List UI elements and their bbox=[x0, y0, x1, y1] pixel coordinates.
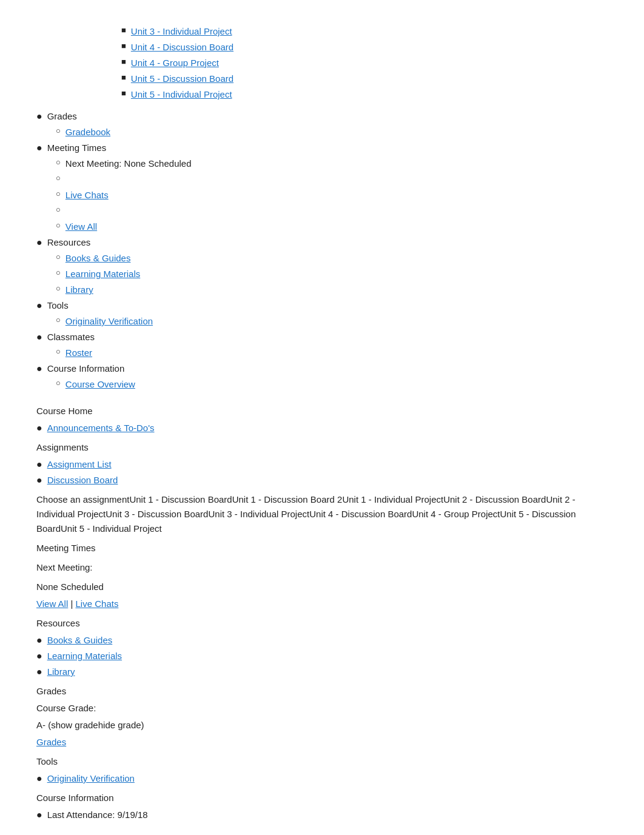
bullet-icon: ■ bbox=[121, 40, 126, 53]
bullet-icon: ○ bbox=[56, 125, 61, 138]
main-books-guides-link[interactable]: Books & Guides bbox=[47, 633, 113, 648]
nav-l3-link-unit5-discussion[interactable]: Unit 5 - Discussion Board bbox=[131, 72, 233, 86]
main-discussion-board-link[interactable]: Discussion Board bbox=[47, 473, 118, 488]
nav-live-chats-link[interactable]: Live Chats bbox=[65, 188, 109, 203]
bullet-icon: ○ bbox=[56, 283, 61, 295]
nav-l3-link-unit4-group[interactable]: Unit 4 - Group Project bbox=[131, 56, 219, 70]
nav-learning-materials-item: ○ Learning Materials bbox=[56, 267, 608, 281]
main-originality-link[interactable]: Originality Verification bbox=[47, 771, 135, 786]
main-meeting-times-header: Meeting Times bbox=[36, 541, 608, 555]
course-home-header: Course Home bbox=[36, 404, 608, 418]
main-next-meeting-label: Next Meeting: bbox=[36, 562, 93, 572]
main-grades-header: Grades bbox=[36, 684, 608, 699]
separator: | bbox=[70, 599, 73, 609]
bullet-icon: ■ bbox=[121, 72, 126, 84]
nav-resources-label: Resources bbox=[47, 235, 91, 250]
nav-l3-link-unit4-discussion[interactable]: Unit 4 - Discussion Board bbox=[131, 40, 233, 55]
nav-next-meeting-item: ○ Next Meeting: None Scheduled bbox=[56, 156, 608, 171]
bullet-icon: ● bbox=[36, 109, 42, 124]
bullet-icon: ● bbox=[36, 649, 42, 663]
nav-meeting-empty2: ○ bbox=[56, 204, 608, 218]
main-course-grade-label: Course Grade: bbox=[36, 703, 96, 713]
main-library-item: ● Library bbox=[36, 665, 608, 679]
nav-next-meeting-text: Next Meeting: None Scheduled bbox=[65, 156, 192, 171]
nav-l3-item-unit4-discussion: ■ Unit 4 - Discussion Board bbox=[121, 40, 608, 55]
nav-grades-label: Grades bbox=[47, 109, 77, 124]
nav-gradebook-item: ○ Gradebook bbox=[56, 125, 608, 139]
bullet-icon: ● bbox=[36, 633, 42, 648]
nav-level3-list: ■ Unit 3 - Individual Project ■ Unit 4 -… bbox=[36, 24, 608, 102]
bullet-icon: ○ bbox=[56, 220, 61, 232]
bullet-icon: ○ bbox=[56, 188, 61, 201]
nav-resources-section: ● Resources bbox=[36, 235, 608, 250]
bullet-icon: ○ bbox=[56, 172, 61, 185]
main-learning-materials-link[interactable]: Learning Materials bbox=[47, 649, 122, 663]
main-grade-value-block: A- (show gradehide grade) bbox=[36, 718, 608, 733]
bullet-icon: ● bbox=[36, 361, 42, 376]
main-meeting-links: View All | Live Chats bbox=[36, 597, 608, 611]
bullet-icon: ○ bbox=[56, 314, 61, 327]
bullet-icon: ● bbox=[36, 771, 42, 786]
nav-l3-item-unit3-individual: ■ Unit 3 - Individual Project bbox=[121, 24, 608, 39]
nav-course-info-label: Course Information bbox=[47, 361, 125, 376]
main-announcements-link[interactable]: Announcements & To-Do's bbox=[47, 421, 155, 435]
nav-live-chats-item: ○ Live Chats bbox=[56, 188, 608, 203]
nav-course-overview-item: ○ Course Overview bbox=[56, 377, 608, 392]
main-course-grade-label-block: Course Grade: bbox=[36, 701, 608, 716]
main-grades-label: Grades bbox=[36, 686, 66, 696]
bullet-icon: ■ bbox=[121, 87, 126, 100]
choose-assignment-block: Choose an assignmentUnit 1 - Discussion … bbox=[36, 492, 608, 536]
nav-course-overview-link[interactable]: Course Overview bbox=[65, 377, 135, 392]
main-announcements-item: ● Announcements & To-Do's bbox=[36, 421, 608, 435]
bullet-icon: ○ bbox=[56, 267, 61, 280]
nav-course-info-section: ● Course Information bbox=[36, 361, 608, 376]
main-live-chats-link[interactable]: Live Chats bbox=[76, 599, 119, 609]
nav-learning-materials-link[interactable]: Learning Materials bbox=[65, 267, 140, 281]
choose-assignment-text: Choose an assignmentUnit 1 - Discussion … bbox=[36, 494, 576, 534]
main-grades-link-block: Grades bbox=[36, 735, 608, 749]
bullet-icon: ● bbox=[36, 421, 42, 435]
main-next-meeting-block: Next Meeting: bbox=[36, 560, 608, 575]
nav-view-all-link[interactable]: View All bbox=[65, 220, 97, 234]
main-meeting-times-label: Meeting Times bbox=[36, 543, 96, 553]
main-resources-label: Resources bbox=[36, 618, 80, 628]
main-tools-header: Tools bbox=[36, 754, 608, 769]
nav-tools-label: Tools bbox=[47, 298, 69, 313]
bullet-icon: ○ bbox=[56, 251, 61, 264]
nav-classmates-label: Classmates bbox=[47, 330, 95, 344]
bullet-icon: ○ bbox=[56, 156, 61, 169]
main-course-info-header: Course Information bbox=[36, 791, 608, 805]
bullet-icon: ● bbox=[36, 141, 42, 155]
nav-library-item: ○ Library bbox=[56, 283, 608, 297]
nav-originality-item: ○ Originality Verification bbox=[56, 314, 608, 329]
nav-gradebook-link[interactable]: Gradebook bbox=[65, 125, 110, 139]
nav-meeting-empty2-text bbox=[65, 204, 68, 218]
main-last-attendance-text: Last Attendance: 9/19/18 bbox=[47, 808, 148, 822]
nav-roster-item: ○ Roster bbox=[56, 346, 608, 360]
nav-originality-link[interactable]: Originality Verification bbox=[65, 314, 153, 329]
assignments-header: Assignments bbox=[36, 440, 608, 455]
nav-tools-section: ● Tools bbox=[36, 298, 608, 313]
nav-l3-item-unit4-group: ■ Unit 4 - Group Project bbox=[121, 56, 608, 70]
bullet-icon: ● bbox=[36, 330, 42, 344]
bullet-icon: ■ bbox=[121, 56, 126, 69]
nav-library-link[interactable]: Library bbox=[65, 283, 93, 297]
nav-books-guides-link[interactable]: Books & Guides bbox=[65, 251, 131, 266]
nav-meeting-empty1-text bbox=[65, 172, 68, 187]
main-originality-item: ● Originality Verification bbox=[36, 771, 608, 786]
nav-l3-link-unit5-individual[interactable]: Unit 5 - Individual Project bbox=[131, 87, 232, 102]
main-library-link[interactable]: Library bbox=[47, 665, 75, 679]
main-last-attendance-item: ● Last Attendance: 9/19/18 bbox=[36, 808, 608, 822]
main-view-all-link[interactable]: View All bbox=[36, 599, 68, 609]
bullet-icon: ○ bbox=[56, 346, 61, 358]
main-grades-link[interactable]: Grades bbox=[36, 737, 66, 747]
main-resources-header: Resources bbox=[36, 616, 608, 631]
bullet-icon: ● bbox=[36, 298, 42, 313]
main-course-info-label: Course Information bbox=[36, 793, 114, 803]
main-assignment-list-link[interactable]: Assignment List bbox=[47, 457, 112, 472]
nav-l3-item-unit5-discussion: ■ Unit 5 - Discussion Board bbox=[121, 72, 608, 86]
main-assignment-list-item: ● Assignment List bbox=[36, 457, 608, 472]
nav-l3-link-unit3-individual[interactable]: Unit 3 - Individual Project bbox=[131, 24, 232, 39]
main-learning-materials-item: ● Learning Materials bbox=[36, 649, 608, 663]
nav-roster-link[interactable]: Roster bbox=[65, 346, 92, 360]
